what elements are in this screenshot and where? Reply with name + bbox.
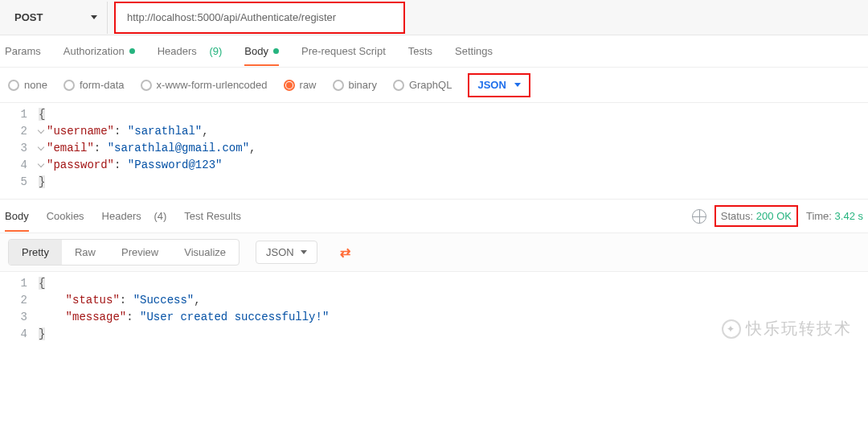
response-time: Time: 3.42 s — [806, 210, 863, 222]
res-tab-body[interactable]: Body — [5, 210, 29, 222]
globe-icon[interactable] — [692, 209, 706, 224]
chevron-down-icon — [301, 250, 307, 254]
res-tab-cookies[interactable]: Cookies — [47, 210, 84, 222]
request-body-editor[interactable]: 12345 {"username": "sarathlal","email": … — [0, 103, 868, 200]
tab-tests[interactable]: Tests — [408, 45, 432, 57]
tab-authorization[interactable]: Authorization — [63, 45, 135, 57]
editor-gutter: 1234 — [0, 275, 39, 343]
content-type-dropdown[interactable]: JSON — [468, 73, 530, 97]
status-dot-icon — [273, 48, 279, 54]
view-pretty[interactable]: Pretty — [9, 240, 62, 265]
radio-graphql[interactable]: GraphQL — [393, 79, 452, 91]
status-dot-icon — [129, 48, 135, 54]
http-method-label: POST — [14, 11, 43, 23]
radio-urlencoded[interactable]: x-www-form-urlencoded — [141, 79, 268, 91]
editor-lines: {"username": "sarathlal","email": "sarat… — [39, 106, 868, 191]
view-preview[interactable]: Preview — [108, 240, 171, 265]
url-input[interactable]: http://localhost:5000/api/Authenticate/r… — [114, 2, 405, 34]
response-view-toolbar: Pretty Raw Preview Visualize JSON ⇄ — [0, 233, 868, 272]
url-value: http://localhost:5000/api/Authenticate/r… — [127, 11, 336, 23]
editor-lines: { "status": "Success", "message": "User … — [39, 275, 868, 343]
tab-body[interactable]: Body — [244, 45, 279, 57]
request-row: POST http://localhost:5000/api/Authentic… — [0, 0, 868, 35]
response-tabs: Body Cookies Headers (4) Test Results St… — [0, 200, 868, 233]
radio-form-data[interactable]: form-data — [63, 79, 125, 91]
res-tab-test-results[interactable]: Test Results — [184, 210, 241, 222]
view-raw[interactable]: Raw — [62, 240, 108, 265]
chevron-down-icon — [91, 15, 97, 19]
http-method-select[interactable]: POST — [5, 2, 108, 34]
radio-none[interactable]: none — [8, 79, 47, 91]
chevron-down-icon — [514, 83, 521, 87]
view-visualize[interactable]: Visualize — [171, 240, 239, 265]
tab-settings[interactable]: Settings — [455, 45, 493, 57]
body-type-row: none form-data x-www-form-urlencoded raw… — [0, 68, 868, 103]
view-mode-group: Pretty Raw Preview Visualize — [8, 239, 240, 266]
wrap-lines-button[interactable]: ⇄ — [334, 241, 358, 265]
response-lang-dropdown[interactable]: JSON — [256, 241, 317, 264]
radio-binary[interactable]: binary — [333, 79, 377, 91]
res-tab-headers[interactable]: Headers (4) — [102, 210, 167, 222]
tab-headers[interactable]: Headers (9) — [158, 45, 223, 57]
editor-gutter: 12345 — [0, 106, 39, 191]
tab-params[interactable]: Params — [5, 45, 41, 57]
response-body-viewer[interactable]: 1234 { "status": "Success", "message": "… — [0, 272, 868, 351]
response-status: Status: 200 OK — [714, 205, 798, 227]
tab-prerequest[interactable]: Pre-request Script — [301, 45, 386, 57]
request-tabs: Params Authorization Headers (9) Body Pr… — [0, 35, 868, 68]
radio-raw[interactable]: raw — [284, 79, 317, 91]
